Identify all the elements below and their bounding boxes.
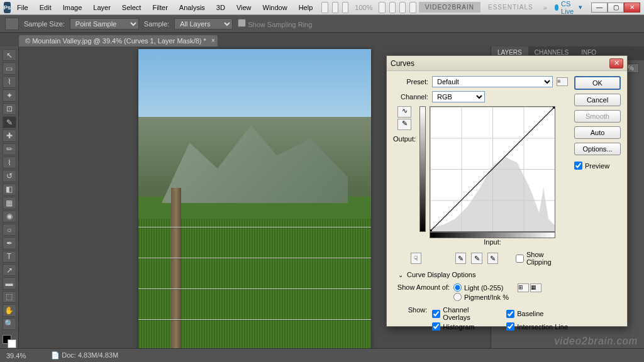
zoom-icon[interactable]	[389, 2, 396, 13]
sample-size-label: Sample Size:	[24, 20, 65, 28]
blur-tool[interactable]: ◉	[3, 211, 16, 222]
dialog-title: Curves	[391, 59, 609, 68]
cancel-button[interactable]: Cancel	[574, 94, 621, 106]
workspace-essentials[interactable]: ESSENTIALS	[482, 2, 540, 13]
3d-tool[interactable]: ⬚	[3, 291, 16, 303]
watermark: video2brain.com	[555, 336, 638, 347]
grid-simple-icon[interactable]: ⊞	[518, 283, 529, 292]
eyedropper-tool[interactable]: ✎	[3, 116, 16, 128]
path-tool[interactable]: ↗	[3, 264, 16, 276]
light-radio[interactable]	[453, 283, 462, 292]
grid-detailed-icon[interactable]: ▦	[530, 283, 541, 292]
channel-select[interactable]: RGB	[432, 91, 485, 102]
window-maximize[interactable]: ▢	[608, 3, 624, 13]
type-tool[interactable]: T	[3, 251, 16, 263]
sample-select[interactable]: All Layers	[174, 18, 233, 30]
cs-live-button[interactable]: CS Live ▾	[551, 0, 586, 15]
workspace-video2brain[interactable]: VIDEO2BRAIN	[419, 2, 480, 13]
ok-button[interactable]: OK	[574, 76, 621, 90]
curve-display-options-toggle[interactable]: ⌄ Curve Display Options	[398, 271, 568, 278]
menu-filter[interactable]: Filter	[147, 2, 172, 13]
menu-select[interactable]: Select	[117, 2, 147, 13]
zoom-display: 100%	[351, 4, 376, 11]
document-tab-bar: © Mountain Valley.jpg @ 39.4% (Curves 1,…	[0, 33, 644, 47]
baseline-checkbox[interactable]: Baseline	[506, 306, 568, 321]
app-logo: Ps	[4, 2, 11, 13]
document-tab[interactable]: © Mountain Valley.jpg @ 39.4% (Curves 1,…	[19, 35, 218, 47]
preview-checkbox[interactable]: Preview	[574, 162, 621, 170]
history-brush-tool[interactable]: ↺	[3, 170, 16, 182]
dodge-tool[interactable]: ○	[3, 224, 16, 236]
svg-line-0	[430, 107, 555, 231]
close-tab-icon[interactable]: ×	[211, 37, 215, 44]
hand-tool[interactable]: ✋	[3, 304, 16, 316]
intersection-checkbox[interactable]: Intersection Line	[506, 322, 568, 331]
channel-overlays-checkbox[interactable]: Channel Overlays	[432, 306, 494, 321]
menu-file[interactable]: File	[12, 2, 33, 13]
preset-label: Preset:	[393, 78, 428, 85]
options-bar: Sample Size: Point Sample Sample: All La…	[0, 15, 644, 33]
sampling-ring-checkbox[interactable]	[238, 19, 246, 27]
hand-icon[interactable]	[379, 2, 385, 13]
options-button[interactable]: Options...	[574, 143, 621, 155]
workspace-more-icon[interactable]: »	[541, 4, 550, 11]
dialog-close-button[interactable]: ✕	[609, 58, 623, 69]
menu-layer[interactable]: Layer	[88, 2, 116, 13]
extras-icon[interactable]	[342, 2, 348, 13]
gradient-tool[interactable]: ▦	[3, 197, 16, 209]
move-tool[interactable]: ↖	[3, 49, 16, 61]
curves-grid[interactable]	[430, 106, 555, 232]
curve-draw-mode[interactable]: ✎	[397, 119, 411, 130]
crop-tool[interactable]: ⊡	[3, 103, 16, 115]
channel-label: Channel:	[393, 93, 428, 101]
pigment-radio[interactable]	[453, 293, 462, 301]
menu-view[interactable]: View	[231, 2, 257, 13]
status-bar: 39.4% 📄 Doc: 4.83M/4.83M	[0, 348, 644, 362]
menu-help[interactable]: Help	[294, 2, 318, 13]
clone-tool[interactable]: ⌇	[3, 156, 16, 168]
target-adjust-tool[interactable]: ☟	[411, 253, 421, 264]
menu-bar: Ps File Edit Image Layer Select Filter A…	[0, 0, 644, 15]
bridge-icon[interactable]	[321, 2, 328, 13]
menu-analysis[interactable]: Analysis	[174, 2, 210, 13]
preset-select[interactable]: Default	[432, 76, 553, 87]
window-minimize[interactable]: —	[591, 3, 608, 13]
smooth-button[interactable]: Smooth	[574, 110, 621, 123]
black-point-eyedropper[interactable]: ✎	[455, 253, 466, 264]
marquee-tool[interactable]: ▭	[3, 62, 16, 74]
pen-tool[interactable]: ✒	[3, 237, 16, 249]
menu-edit[interactable]: Edit	[35, 2, 57, 13]
window-close[interactable]: ✕	[624, 3, 640, 13]
sample-size-select[interactable]: Point Sample	[70, 18, 139, 30]
healing-tool[interactable]: ✚	[3, 129, 16, 141]
status-zoom[interactable]: 39.4%	[6, 352, 26, 359]
gray-point-eyedropper[interactable]: ✎	[471, 253, 482, 264]
show-clipping-checkbox[interactable]: Show Clipping	[516, 251, 568, 266]
shape-tool[interactable]: ▬	[3, 277, 16, 289]
output-gradient	[419, 106, 426, 232]
eraser-tool[interactable]: ◧	[3, 184, 16, 195]
histogram-checkbox[interactable]: Histogram	[432, 322, 494, 331]
dialog-titlebar[interactable]: Curves ✕	[387, 56, 627, 71]
auto-button[interactable]: Auto	[574, 126, 621, 139]
preset-menu-icon[interactable]: ≡	[557, 77, 568, 86]
white-point-eyedropper[interactable]: ✎	[487, 253, 498, 264]
show-sampling-ring[interactable]: Show Sampling Ring	[238, 19, 312, 28]
color-swatches[interactable]	[3, 335, 16, 348]
output-label: Output:	[393, 135, 416, 143]
curve-point-mode[interactable]: ∿	[397, 106, 411, 118]
arrange-icon[interactable]	[332, 2, 338, 13]
menu-3d[interactable]: 3D	[211, 2, 230, 13]
quick-select-tool[interactable]: ✦	[3, 89, 16, 101]
menu-image[interactable]: Image	[58, 2, 87, 13]
lasso-tool[interactable]: ⌇	[3, 76, 16, 88]
show-label: Show:	[393, 306, 427, 331]
zoom-tool[interactable]: 🔍	[3, 318, 16, 330]
status-doc: 📄 Doc: 4.83M/4.83M	[51, 351, 118, 359]
menu-window[interactable]: Window	[258, 2, 292, 13]
brush-tool[interactable]: ✏	[3, 143, 16, 155]
curves-dialog: Curves ✕ Preset: Default ≡ Channel: RGB …	[386, 55, 628, 327]
document-image	[138, 49, 371, 348]
screen-mode-icon[interactable]	[409, 2, 416, 13]
rotate-icon[interactable]	[399, 2, 406, 13]
